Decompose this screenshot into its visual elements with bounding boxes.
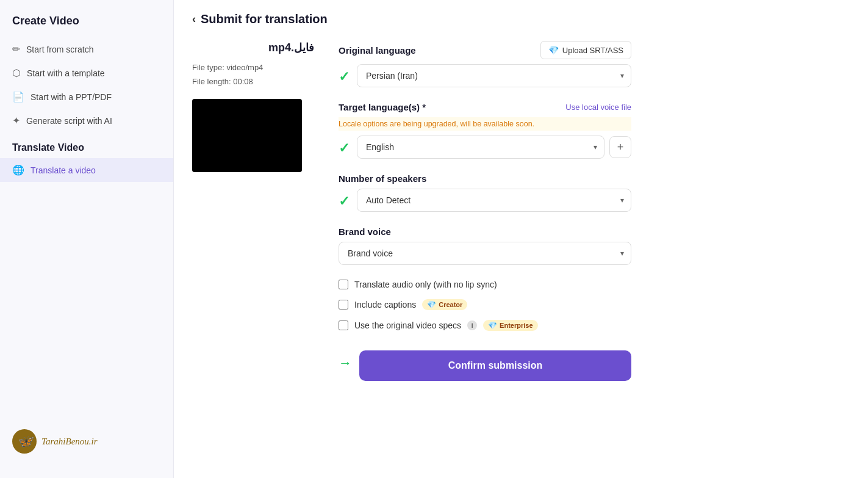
creator-gem-icon: 💎: [427, 300, 436, 309]
include-captions-checkbox[interactable]: [339, 300, 348, 310]
brand-voice-select-wrapper: Brand voice ▾: [339, 242, 631, 265]
speakers-section: Number of speakers ✓ Auto Detect ▾: [339, 173, 631, 212]
translate-audio-only-label: Translate audio only (with no lip sync): [354, 280, 497, 289]
file-type-value: video/mp4: [226, 63, 263, 72]
sidebar-item-translate-video[interactable]: 🌐 Translate a video: [0, 158, 173, 182]
target-language-select-row: English ▾ +: [357, 136, 631, 159]
locale-warning: Locale options are being upgraded, will …: [339, 117, 631, 131]
checkbox-group: Translate audio only (with no lip sync) …: [339, 280, 631, 331]
translate-audio-only-item[interactable]: Translate audio only (with no lip sync): [339, 280, 631, 289]
target-language-checkmark: ✓: [339, 140, 350, 156]
pencil-icon: ✏: [12, 43, 20, 55]
enterprise-badge: 💎 Enterprise: [483, 320, 537, 331]
content-area: فایل.mp4 File type: video/mp4 File lengt…: [192, 41, 850, 466]
target-language-field-row: ✓ English ▾ +: [339, 136, 631, 159]
gem-icon: 💎: [548, 45, 559, 55]
sidebar-item-label: Start with a template: [27, 68, 105, 78]
use-original-specs-label: Use the original video specs: [354, 320, 461, 330]
logo-text: TarahiBenou.ir: [41, 436, 98, 447]
use-original-specs-item[interactable]: Use the original video specs i 💎 Enterpr…: [339, 320, 631, 331]
ppt-icon: 📄: [12, 91, 24, 103]
use-local-voice-link[interactable]: Use local voice file: [565, 103, 631, 112]
sidebar-item-label: Start with a PPT/PDF: [30, 92, 112, 102]
sidebar-item-start-from-scratch[interactable]: ✏ Start from scratch: [0, 37, 173, 61]
sidebar-item-label: Translate a video: [30, 165, 96, 175]
original-language-select[interactable]: Persian (Iran): [357, 64, 631, 87]
file-meta: File type: video/mp4 File length: 00:08: [192, 60, 314, 89]
include-captions-item[interactable]: Include captions 💎 Creator: [339, 299, 631, 310]
original-language-label: Original language: [339, 45, 416, 56]
creator-badge: 💎 Creator: [422, 299, 467, 310]
original-language-checkmark: ✓: [339, 69, 350, 85]
translate-audio-only-checkbox[interactable]: [339, 280, 348, 289]
speakers-select[interactable]: Auto Detect: [357, 189, 631, 212]
target-language-section: Target language(s) * Use local voice fil…: [339, 102, 631, 159]
enterprise-badge-label: Enterprise: [500, 322, 533, 329]
submit-arrow-icon: →: [339, 355, 352, 371]
use-original-specs-checkbox[interactable]: [339, 320, 348, 330]
info-icon[interactable]: i: [467, 320, 477, 330]
speakers-label: Number of speakers: [339, 173, 631, 184]
confirm-submission-button[interactable]: Confirm submission: [359, 350, 631, 381]
speakers-select-wrapper: Auto Detect ▾: [357, 189, 631, 212]
page-header: ‹ Submit for translation: [192, 12, 850, 26]
speakers-field: Auto Detect ▾: [357, 189, 631, 212]
target-language-label: Target language(s) *: [339, 102, 426, 112]
file-length-label: File length:: [192, 77, 231, 86]
original-language-section: Original language 💎 Upload SRT/ASS ✓ Per…: [339, 41, 631, 87]
speakers-checkmark: ✓: [339, 194, 350, 209]
creator-badge-label: Creator: [439, 301, 462, 308]
sidebar-item-start-with-ppt[interactable]: 📄 Start with a PPT/PDF: [0, 85, 173, 109]
original-language-row: Original language 💎 Upload SRT/ASS: [339, 41, 631, 59]
brand-voice-select[interactable]: Brand voice: [339, 242, 631, 265]
target-language-row: Target language(s) * Use local voice fil…: [339, 102, 631, 112]
target-language-field: English ▾ +: [357, 136, 631, 159]
translate-icon: 🌐: [12, 164, 24, 176]
create-video-title: Create Video: [0, 15, 173, 37]
target-language-select-wrapper: English ▾: [357, 136, 604, 159]
file-name: فایل.mp4: [192, 41, 314, 54]
main-content: ‹ Submit for translation فایل.mp4 File t…: [174, 0, 868, 478]
form-area: Original language 💎 Upload SRT/ASS ✓ Per…: [339, 41, 631, 466]
file-length-value: 00:08: [233, 77, 253, 86]
brand-voice-label: Brand voice: [339, 226, 631, 237]
sidebar-item-label: Generate script with AI: [26, 116, 112, 126]
upload-btn-label: Upload SRT/ASS: [562, 46, 623, 55]
add-language-button[interactable]: +: [609, 136, 631, 158]
sidebar: Create Video ✏ Start from scratch ⬡ Star…: [0, 0, 174, 478]
sidebar-logo: 🦋 TarahiBenou.ir: [0, 419, 173, 463]
translate-video-title: Translate Video: [0, 132, 173, 158]
video-thumbnail: [192, 99, 302, 172]
upload-srt-button[interactable]: 💎 Upload SRT/ASS: [540, 41, 631, 59]
speakers-field-row: ✓ Auto Detect ▾: [339, 189, 631, 212]
file-type-label: File type:: [192, 63, 224, 72]
submit-row: → Confirm submission: [339, 346, 631, 381]
brand-voice-section: Brand voice Brand voice ▾: [339, 226, 631, 265]
original-language-field: Persian (Iran) ▾: [357, 64, 631, 87]
sidebar-item-start-with-template[interactable]: ⬡ Start with a template: [0, 61, 173, 85]
page-title: Submit for translation: [201, 12, 328, 26]
original-language-field-row: ✓ Persian (Iran) ▾: [339, 64, 631, 87]
enterprise-gem-icon: 💎: [488, 321, 497, 330]
back-arrow[interactable]: ‹: [192, 13, 196, 26]
file-preview: فایل.mp4 File type: video/mp4 File lengt…: [192, 41, 314, 466]
include-captions-label: Include captions: [354, 300, 416, 310]
template-icon: ⬡: [12, 67, 21, 79]
logo-icon: 🦋: [12, 429, 37, 454]
sidebar-item-label: Start from scratch: [26, 45, 93, 54]
target-language-select[interactable]: English: [357, 136, 604, 159]
logo: 🦋 TarahiBenou.ir: [12, 429, 161, 454]
ai-icon: ✦: [12, 115, 20, 126]
original-language-select-wrapper: Persian (Iran) ▾: [357, 64, 631, 87]
sidebar-item-generate-script[interactable]: ✦ Generate script with AI: [0, 109, 173, 132]
